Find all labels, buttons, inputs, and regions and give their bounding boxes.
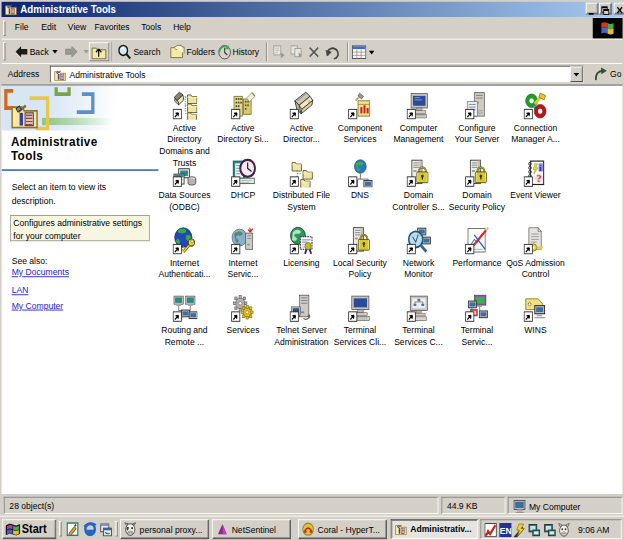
svg-text:EN: EN: [500, 526, 512, 537]
svg-text:?: ?: [536, 173, 541, 185]
